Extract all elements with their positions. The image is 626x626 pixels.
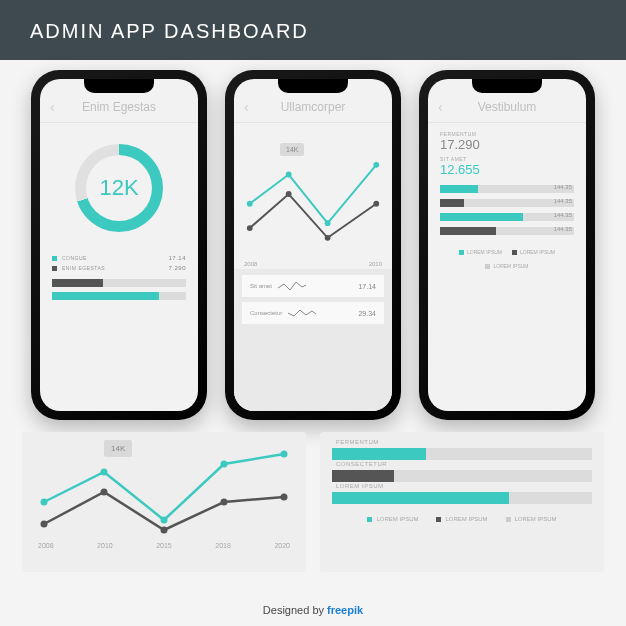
x-label: 2015: [156, 542, 172, 549]
phone-1-screen: ‹ Enim Egestas 12K CONGUE 17.14 ENIM EGE…: [40, 79, 198, 411]
legend-label: LOREM IPSUM: [493, 263, 528, 269]
legend-item: LOREM IPSUM: [506, 516, 557, 522]
legend-label: LOREM IPSUM: [376, 516, 418, 522]
credit-prefix: Designed by: [263, 604, 327, 616]
legend-label: LOREM IPSUM: [445, 516, 487, 522]
phone-1: ‹ Enim Egestas 12K CONGUE 17.14 ENIM EGE…: [31, 70, 207, 420]
hbar: 144.35: [440, 213, 574, 221]
svg-point-5: [286, 191, 292, 197]
x-label: 2010: [369, 261, 382, 267]
app-header-2: ‹ Ullamcorper: [234, 79, 392, 123]
legend-label: LOREM IPSUM: [520, 249, 555, 255]
legend: LOREM IPSUM LOREM IPSUM LOREM IPSUM: [332, 514, 592, 522]
legend-item: ENIM EGESTAS 7.290: [40, 263, 198, 273]
svg-point-9: [101, 469, 108, 476]
app-header-title: Vestibulum: [478, 100, 537, 114]
x-axis-labels: 2008 2010: [234, 259, 392, 269]
legend: LOREM IPSUM LOREM IPSUM: [428, 245, 586, 259]
app-header-title: Ullamcorper: [281, 100, 346, 114]
phones-row: ‹ Enim Egestas 12K CONGUE 17.14 ENIM EGE…: [0, 70, 626, 420]
phone-2-screen: ‹ Ullamcorper 14K 2008 2010 Sit amet: [234, 79, 392, 411]
hbar-value: 144.35: [554, 226, 572, 232]
svg-point-14: [101, 489, 108, 496]
svg-point-8: [41, 499, 48, 506]
swatch-icon: [436, 517, 441, 522]
legend-label: LOREM IPSUM: [515, 516, 557, 522]
phone-3-screen: ‹ Vestibulum FERMENTUM 17.290 SIT AMET 1…: [428, 79, 586, 411]
svg-point-10: [161, 517, 168, 524]
legend-label: LOREM IPSUM: [467, 249, 502, 255]
chart-svg: [240, 129, 386, 259]
legend-item: LOREM IPSUM: [512, 249, 555, 255]
svg-point-6: [325, 235, 331, 241]
donut-chart: 12K: [40, 123, 198, 253]
legend-label: CONGUE: [62, 255, 87, 261]
list-item-value: 17.14: [358, 283, 376, 290]
legend-item: LOREM IPSUM: [459, 249, 502, 255]
stat-value: 12.655: [440, 162, 503, 177]
svg-point-0: [247, 201, 253, 207]
app-header-1: ‹ Enim Egestas: [40, 79, 198, 123]
stat-cell: SIT AMET 12.655: [440, 156, 503, 177]
swatch-icon: [506, 517, 511, 522]
list-item[interactable]: Consectetur 29.34: [242, 302, 384, 324]
list-item[interactable]: Sit amet 17.14: [242, 275, 384, 297]
hbar-group: 144.35 144.35 144.35 144.35: [428, 181, 586, 245]
stat-grid: FERMENTUM 17.290 SIT AMET 12.655: [428, 123, 586, 181]
bottom-cards: 14K 2008 2010 2015 2018 2020 FERMENTUM C…: [22, 432, 604, 572]
svg-point-12: [281, 451, 288, 458]
page-title: ADMIN APP DASHBOARD: [0, 0, 626, 60]
legend-value: 7.290: [168, 265, 186, 271]
back-icon[interactable]: ‹: [438, 99, 443, 115]
x-axis-labels: 2008 2010 2015 2018 2020: [34, 538, 294, 549]
list-block: Sit amet 17.14 Consectetur 29.34: [234, 269, 392, 411]
back-icon[interactable]: ‹: [50, 99, 55, 115]
legend-item: CONGUE 17.14: [40, 253, 198, 263]
progress-bar: [52, 279, 186, 287]
sparkline-icon: [278, 280, 306, 292]
credit-line: Designed by freepik: [0, 604, 626, 616]
back-icon[interactable]: ‹: [244, 99, 249, 115]
hbar: CONSECTETUR: [332, 470, 592, 482]
x-label: 2018: [215, 542, 231, 549]
svg-point-4: [247, 225, 253, 231]
legend-block: CONGUE 17.14 ENIM EGESTAS 7.290: [40, 253, 198, 273]
hbar: FERMENTUM: [332, 448, 592, 460]
sparkline-icon: [288, 307, 316, 319]
phone-2: ‹ Ullamcorper 14K 2008 2010 Sit amet: [225, 70, 401, 420]
hbar-label: LOREM IPSUM: [336, 483, 384, 489]
stat-value: 17.290: [440, 137, 503, 152]
card-bar-chart: FERMENTUM CONSECTETUR LOREM IPSUM LOREM …: [320, 432, 604, 572]
svg-point-11: [221, 461, 228, 468]
legend-item: LOREM IPSUM: [436, 516, 487, 522]
swatch-icon: [512, 250, 517, 255]
stat-cell: FERMENTUM 17.290: [440, 131, 503, 152]
swatch-icon: [485, 264, 490, 269]
hbar-group: FERMENTUM CONSECTETUR LOREM IPSUM: [332, 442, 592, 504]
swatch-icon: [459, 250, 464, 255]
list-item-value: 29.34: [358, 310, 376, 317]
svg-point-7: [373, 201, 379, 207]
svg-point-1: [286, 172, 292, 178]
line-chart-mini: 14K: [240, 129, 386, 259]
legend-item: LOREM IPSUM: [485, 263, 528, 269]
svg-point-15: [161, 527, 168, 534]
hbar-value: 144.35: [554, 198, 572, 204]
chart-tooltip: 14K: [104, 440, 132, 457]
hbar: LOREM IPSUM: [332, 492, 592, 504]
hbar-value: 144.35: [554, 212, 572, 218]
list-item-label: Sit amet: [250, 283, 272, 289]
svg-point-2: [325, 220, 331, 226]
hbar: 144.35: [440, 199, 574, 207]
x-label: 2008: [38, 542, 54, 549]
svg-point-17: [281, 494, 288, 501]
card-line-chart: 14K 2008 2010 2015 2018 2020: [22, 432, 306, 572]
credit-brand[interactable]: freepik: [327, 604, 363, 616]
swatch-icon: [52, 256, 57, 261]
hbar: 144.35: [440, 227, 574, 235]
hbar-label: FERMENTUM: [336, 439, 379, 445]
svg-point-3: [373, 162, 379, 168]
chart-tooltip: 14K: [280, 143, 304, 156]
x-label: 2008: [244, 261, 257, 267]
x-label: 2010: [97, 542, 113, 549]
